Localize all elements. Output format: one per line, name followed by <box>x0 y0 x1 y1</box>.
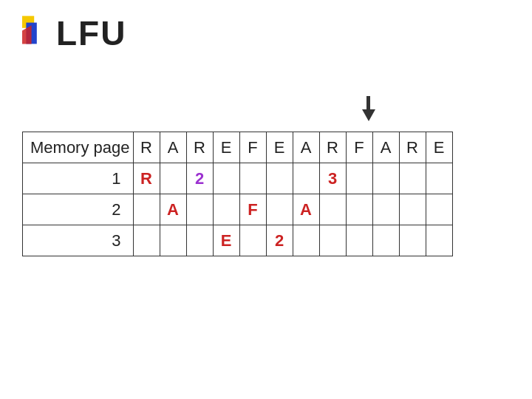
cell-1-3 <box>213 194 239 225</box>
column-header-label: Memory page <box>23 132 134 163</box>
cell-0-6 <box>293 163 319 194</box>
column-header-5: E <box>266 132 293 163</box>
cell-1-5 <box>266 194 293 225</box>
cell-2-9 <box>372 225 399 256</box>
cell-1-7 <box>319 194 346 225</box>
cell-1-2 <box>186 194 213 225</box>
cell-2-4 <box>239 225 266 256</box>
cell-1-9 <box>372 194 399 225</box>
cell-0-7: 3 <box>319 163 346 194</box>
cell-1-4: F <box>239 194 266 225</box>
cell-2-5: 2 <box>266 225 293 256</box>
arrow-stem <box>366 96 370 111</box>
cell-2-6 <box>293 225 319 256</box>
cell-2-3: E <box>213 225 239 256</box>
cell-1-0 <box>133 194 160 225</box>
cell-1-6: A <box>293 194 319 225</box>
cell-2-2 <box>186 225 213 256</box>
table-row-2: 3E2 <box>23 225 453 256</box>
column-header-11: E <box>426 132 452 163</box>
cell-2-8 <box>346 225 372 256</box>
cell-0-1 <box>160 163 186 194</box>
cell-2-7 <box>319 225 346 256</box>
cell-0-11 <box>426 163 452 194</box>
cell-0-4 <box>239 163 266 194</box>
column-header-7: R <box>319 132 346 163</box>
column-header-1: A <box>160 132 186 163</box>
cell-0-3 <box>213 163 239 194</box>
cell-2-0 <box>133 225 160 256</box>
row-label-2: 3 <box>23 225 134 256</box>
cell-1-8 <box>346 194 372 225</box>
logo-icon <box>22 15 49 52</box>
column-header-9: A <box>372 132 399 163</box>
column-header-3: E <box>213 132 239 163</box>
cell-2-1 <box>160 225 186 256</box>
cell-1-11 <box>426 194 452 225</box>
table-row-0: 1R23 <box>23 163 453 194</box>
cell-0-2: 2 <box>186 163 213 194</box>
row-label-1: 2 <box>23 194 134 225</box>
column-header-10: R <box>399 132 426 163</box>
column-header-2: R <box>186 132 213 163</box>
row-label-0: 1 <box>23 163 134 194</box>
column-header-4: F <box>239 132 266 163</box>
cell-1-1: A <box>160 194 186 225</box>
cell-1-10 <box>399 194 426 225</box>
column-header-0: R <box>133 132 160 163</box>
cell-0-8 <box>346 163 372 194</box>
cell-0-5 <box>266 163 293 194</box>
cell-0-0: R <box>133 163 160 194</box>
table-header-row: Memory pageRAREFEARFARE <box>23 132 453 163</box>
lfu-table: Memory pageRAREFEARFARE1R232AFA3E2 <box>22 132 453 256</box>
column-header-6: A <box>293 132 319 163</box>
svg-marker-2 <box>22 25 32 44</box>
title-area: LFU <box>22 13 126 53</box>
page-title: LFU <box>56 13 126 53</box>
column-header-8: F <box>346 132 372 163</box>
cell-0-10 <box>399 163 426 194</box>
table-row-1: 2AFA <box>23 194 453 225</box>
cell-2-11 <box>426 225 452 256</box>
cell-0-9 <box>372 163 399 194</box>
arrow-head <box>362 109 375 121</box>
cell-2-10 <box>399 225 426 256</box>
